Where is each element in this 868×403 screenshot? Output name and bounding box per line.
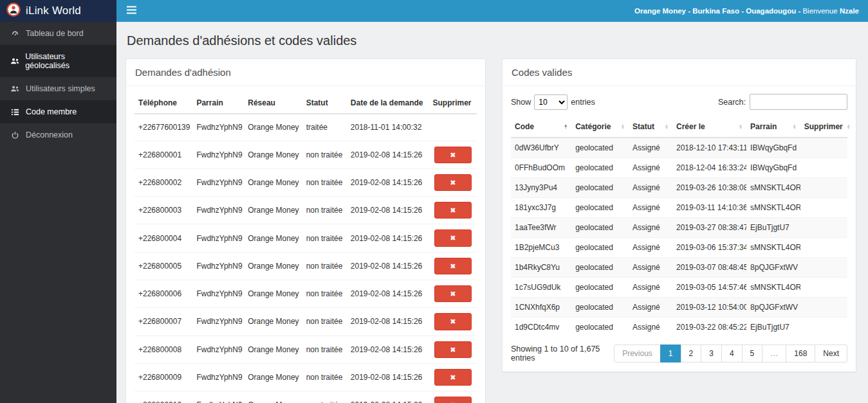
sort-icon: ▲▼: [665, 124, 669, 130]
parrain-cell: IBWqyGbqFd: [746, 138, 800, 158]
sort-icon: ▲▼: [847, 124, 851, 130]
date-cell: 2019-02-08 14:15:26: [347, 141, 429, 168]
table-footer: Showing 1 to 10 of 1,675 entries Previou…: [511, 345, 847, 363]
telephone-cell: +226800007: [134, 308, 192, 336]
supprimer-cell: ✖: [429, 252, 477, 280]
delete-request-button[interactable]: ✖: [434, 258, 472, 274]
date-cell: 2019-02-08 14:15:26: [347, 197, 429, 224]
reseau-cell: Orange Money: [244, 252, 302, 280]
user-org-text: Orange Money - Burkina Faso - Ouagadougo…: [634, 7, 802, 15]
page-button-2[interactable]: 2: [681, 345, 702, 363]
telephone-cell: +22677600139: [134, 114, 192, 141]
creer-le-cell: 2019-03-27 08:38:47: [672, 218, 746, 238]
brand[interactable]: iLink World: [0, 0, 116, 22]
delete-request-button[interactable]: ✖: [434, 147, 472, 163]
date-cell: 2019-02-08 14:15:26: [347, 308, 429, 336]
page-button-1[interactable]: 1: [660, 345, 681, 363]
code-cell: 1d9CDtc4mv: [511, 318, 571, 337]
adhesion-row: +226800001FwdhzYphN9Orange Moneynon trai…: [134, 141, 477, 168]
delete-request-button[interactable]: ✖: [434, 397, 472, 403]
creer-le-cell: 2018-12-04 16:33:24: [672, 158, 746, 178]
supprimer-cell: [800, 218, 847, 238]
code-cell: 13Jyny3Pu4: [511, 178, 571, 198]
parrain-cell: FwdhzYphN9: [192, 224, 244, 252]
statut-cell: non traitée: [302, 197, 347, 224]
column-header[interactable]: Code▲▼: [511, 116, 571, 138]
adhesion-row: +226800008FwdhzYphN9Orange Moneynon trai…: [134, 336, 477, 363]
logo-icon: [6, 3, 21, 20]
sidebar-item-utilisateurs-simples[interactable]: Utilisateurs simples: [0, 77, 116, 100]
statut-cell: Assigné: [629, 258, 672, 278]
supprimer-cell: [800, 298, 847, 318]
sidebar-item-tableau-de-bord[interactable]: Tableau de bord: [0, 22, 116, 45]
telephone-cell: +226800010: [134, 391, 192, 403]
adhesion-row: +226800009FwdhzYphN9Orange Moneynon trai…: [134, 363, 477, 391]
page-length-select[interactable]: 10: [534, 94, 568, 110]
sidebar-toggle-button[interactable]: [116, 0, 147, 22]
x-icon: ✖: [450, 179, 456, 186]
code-row: 1B2pjeMCu3geolocatedAssigné2019-03-06 15…: [511, 238, 847, 258]
column-header[interactable]: Statut▲▼: [629, 116, 672, 138]
page-button-next[interactable]: Next: [815, 345, 847, 363]
page-button-3[interactable]: 3: [701, 345, 722, 363]
column-header[interactable]: Catégorie▲▼: [571, 116, 629, 138]
parrain-cell: sMNSKTL4OR: [746, 278, 800, 298]
supprimer-cell: [800, 158, 847, 178]
code-cell: 181yxc3J7g: [511, 198, 571, 218]
welcome-text: Bienvenue: [802, 7, 840, 15]
parrain-cell: IBWqyGbqFd: [746, 158, 800, 178]
delete-request-button[interactable]: ✖: [434, 285, 472, 302]
code-row: 181yxc3J7ggeolocatedAssigné2019-03-11 14…: [511, 198, 847, 218]
x-icon: ✖: [450, 206, 456, 214]
sidebar-menu: Tableau de bordUtilisateurs géolocalisés…: [0, 22, 116, 147]
parrain-cell: FwdhzYphN9: [192, 114, 244, 141]
delete-request-button[interactable]: ✖: [434, 202, 472, 219]
page-button-5[interactable]: 5: [742, 345, 763, 363]
date-cell: 2018-11-01 14:00:32: [347, 114, 429, 141]
adhesions-panel: Demandes d'adhésion TéléphoneParrainRése…: [125, 58, 486, 403]
telephone-cell: +226800001: [134, 141, 192, 168]
codes-panel: Codes valides Show10entries Search: Code…: [502, 58, 856, 372]
table-controls: Show10entries Search:: [511, 94, 847, 110]
users-icon: [10, 85, 20, 93]
delete-request-button[interactable]: ✖: [434, 369, 472, 386]
code-cell: 1c7sUG9dUk: [511, 278, 571, 298]
adhesions-panel-body: TéléphoneParrainRéseauStatutDate de la d…: [126, 86, 485, 403]
parrain-cell: FwdhzYphN9: [192, 336, 244, 363]
supprimer-cell: ✖: [429, 308, 477, 336]
supprimer-cell: [429, 114, 477, 141]
adhesion-row: +226800007FwdhzYphN9Orange Moneynon trai…: [134, 308, 477, 336]
column-header[interactable]: Parrain▲▼: [746, 116, 800, 138]
delete-request-button[interactable]: ✖: [434, 313, 472, 330]
statut-cell: Assigné: [629, 198, 672, 218]
page-button-168[interactable]: 168: [786, 345, 815, 363]
column-header[interactable]: Créer le▲▼: [672, 116, 746, 138]
delete-request-button[interactable]: ✖: [434, 229, 472, 246]
sidebar-item-code-membre[interactable]: Code membre: [0, 100, 116, 123]
delete-request-button[interactable]: ✖: [434, 341, 472, 358]
statut-cell: Assigné: [629, 238, 672, 258]
creer-le-cell: 2019-03-22 08:45:22: [672, 318, 746, 337]
sidebar-item-label: Utilisateurs géolocalisés: [25, 52, 107, 70]
adhesions-panel-title: Demandes d'adhésion: [126, 59, 485, 86]
creer-le-cell: 2019-03-12 10:54:00: [672, 298, 746, 318]
search-input[interactable]: [750, 94, 847, 110]
parrain-cell: FwdhzYphN9: [192, 280, 244, 307]
page-button-4[interactable]: 4: [721, 345, 743, 363]
delete-request-button[interactable]: ✖: [434, 174, 472, 191]
creer-le-cell: 2018-12-10 17:43:11: [672, 138, 746, 158]
page-button-previous[interactable]: Previous: [614, 345, 661, 363]
sidebar-item-deconnexion[interactable]: Déconnexion: [0, 123, 116, 147]
x-icon: ✖: [450, 318, 456, 325]
sidebar-item-utilisateurs-geolocalises[interactable]: Utilisateurs géolocalisés: [0, 45, 116, 77]
code-cell: 1aaTee3fWr: [511, 218, 571, 238]
pagination: Previous12345…168Next: [614, 345, 847, 363]
sort-icon: ▲▼: [739, 124, 743, 130]
column-header[interactable]: Supprimer▲▼: [800, 116, 847, 138]
code-row: 13Jyny3Pu4geolocatedAssigné2019-03-26 10…: [511, 178, 847, 198]
supprimer-cell: [800, 278, 847, 298]
sidebar: Tableau de bordUtilisateurs géolocalisés…: [0, 22, 116, 403]
show-label: Show: [511, 98, 531, 107]
statut-cell: non traitée: [302, 224, 347, 252]
statut-cell: Assigné: [629, 278, 672, 298]
